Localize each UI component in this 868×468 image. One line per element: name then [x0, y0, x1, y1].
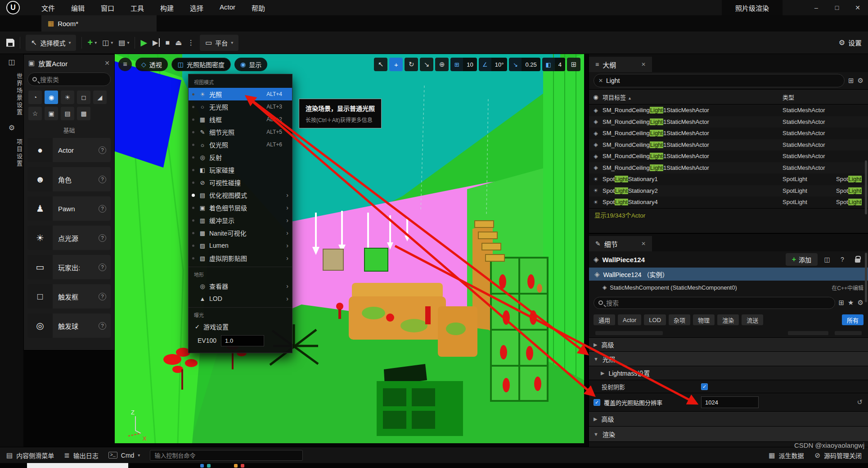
category-tile[interactable]: ☆ — [28, 107, 42, 120]
category-tile[interactable]: ◢ — [93, 91, 107, 104]
content-drawer-button[interactable]: ▤ 内容侧滑菜单 — [6, 451, 54, 460]
filter-chip[interactable]: Actor — [618, 314, 641, 325]
menu-item[interactable]: Actor — [213, 0, 242, 15]
label-column-header[interactable]: 项目标签▲ — [603, 93, 783, 101]
menu-item[interactable]: 帮助 — [245, 0, 271, 15]
type-column-header[interactable]: 类型 — [783, 93, 868, 101]
scale-tool-button[interactable]: ↘ — [420, 58, 433, 71]
view-mode-menu-item[interactable]: ○ 无光照 ALT+3 › — [189, 100, 292, 113]
cast-shadow-checkbox[interactable]: ✓ — [701, 383, 708, 390]
cinematics-button[interactable]: ▤ ▾ — [118, 38, 129, 47]
category-tile[interactable]: ☀ — [61, 91, 74, 104]
maximize-button[interactable]: □ — [827, 0, 847, 15]
play-button[interactable]: ▶ — [140, 37, 147, 48]
filter-chip[interactable]: LOD — [644, 314, 666, 325]
place-actor-item[interactable]: ◎ 触发球 ? — [27, 314, 111, 338]
source-control-button[interactable]: ⊘ 源码管理关闭 — [814, 451, 862, 460]
outliner-row[interactable]: ◈ SM_RoundCeilingLight1StaticMeshActor S… — [589, 105, 868, 116]
view-mode-menu-item[interactable]: ▤ 优化视图模式 › — [189, 189, 292, 201]
filter-chip[interactable]: 杂项 — [669, 314, 690, 325]
view-mode-menu-item[interactable]: ◎ 反射 › — [189, 151, 292, 164]
category-tile[interactable]: ◉ — [45, 91, 58, 104]
category-tile[interactable]: ◔ — [28, 91, 42, 104]
view-mode-menu-item[interactable]: ▲ LOD › — [189, 292, 292, 305]
filter-chip[interactable]: 流送 — [742, 314, 763, 325]
outliner-row[interactable]: ◈ SM_RoundCeilingLight1StaticMeshActor S… — [589, 139, 868, 151]
eye-icon[interactable]: ◉ — [589, 94, 603, 100]
favorites-icon[interactable]: ★ — [848, 299, 854, 307]
category-tile[interactable]: ▣ — [45, 107, 58, 120]
filter-chip[interactable]: 通用 — [594, 314, 615, 325]
outliner-scrollbar[interactable] — [865, 160, 867, 214]
view-mode-menu-item[interactable]: ▧ 虚拟阴影贴图 › — [189, 252, 292, 264]
section-rendering[interactable]: ▼ 渲染 — [589, 427, 868, 442]
section-lighting[interactable]: ▼ 光照 — [589, 352, 868, 366]
world-settings-icon[interactable]: ◫ — [0, 54, 23, 69]
add-component-button[interactable]: + 添加 — [786, 253, 818, 266]
menu-item[interactable]: 编辑 — [65, 0, 91, 15]
view-mode-button[interactable]: ◫ 光照贴图密度 — [171, 58, 231, 71]
select-mode-button[interactable]: ↖ 选择模式 ▾ — [26, 35, 76, 51]
view-mode-menu-item[interactable]: ▣ 着色细节层级 › — [189, 201, 292, 214]
view-mode-menu-item[interactable]: ⊘ 可视性碰撞 › — [189, 176, 292, 189]
filter-icon[interactable]: ⊞ — [848, 77, 854, 85]
component-row[interactable]: ◈ StaticMeshComponent (StaticMeshCompone… — [589, 281, 868, 294]
outliner-settings-icon[interactable]: ⚙ — [858, 77, 864, 85]
outliner-row[interactable]: ◈ SM_RoundCeilingLight1StaticMeshActor S… — [589, 127, 868, 139]
class-search-input[interactable]: 搜索类 — [27, 73, 111, 86]
outliner-search-input[interactable]: ✕ Light — [594, 74, 845, 87]
outliner-row[interactable]: ☀ SpotLightStationary4 SpotLightSpotLigh… — [589, 196, 868, 208]
edit-cpp-link[interactable]: 在C++中编辑 — [832, 284, 864, 291]
section-advanced-2[interactable]: ▶ 高级 — [589, 412, 868, 427]
filter-chip[interactable]: 渲染 — [717, 314, 739, 325]
project-settings-icon[interactable]: ⚙ — [0, 120, 23, 135]
outliner-row[interactable]: ◈ SM_RoundCeilingLight1StaticMeshActor S… — [589, 162, 868, 174]
view-mode-menu-item[interactable]: ▥ 缓冲显示 › — [189, 214, 292, 227]
menu-item[interactable]: 构建 — [154, 0, 180, 15]
help-icon[interactable]: ? — [837, 254, 848, 265]
stop-button[interactable]: ■ — [165, 39, 170, 47]
menu-item[interactable]: 窗口 — [94, 0, 121, 15]
minimize-button[interactable]: – — [806, 0, 827, 15]
outliner-row[interactable]: ☀ SpotLightStationary1 SpotLightSpotLigh… — [589, 173, 868, 185]
category-tile[interactable]: ◻ — [77, 91, 90, 104]
view-mode-menu-item[interactable]: ▦ 线框 ALT+2 › — [189, 113, 292, 126]
category-tile[interactable]: ▩ — [77, 107, 90, 120]
ev100-input[interactable]: 1.0 — [221, 335, 264, 346]
output-log-button[interactable]: ≣ 输出日志 — [64, 451, 99, 460]
world-space-button[interactable]: ⊕ — [435, 58, 449, 71]
place-actor-item[interactable]: ♟ Pawn ? — [27, 196, 111, 221]
view-mode-menu-item[interactable]: ▩ Nanite可视化 › — [189, 227, 292, 239]
outliner-row[interactable]: ☀ SpotLightStationary2 SpotLightSpotLigh… — [589, 185, 868, 197]
camera-speed-control[interactable]: ◧ 4 — [542, 58, 565, 71]
view-mode-menu-item[interactable]: ☀ 光照 ALT+4 › — [189, 88, 292, 100]
console-command-input[interactable]: 输入控制台命令 — [150, 450, 303, 461]
view-mode-menu-item[interactable]: ☼ 仅光照 ALT+6 › — [189, 138, 292, 151]
place-actor-item[interactable]: ● Actor ? — [27, 138, 111, 162]
close-button[interactable]: ✕ — [847, 0, 868, 15]
view-mode-menu-item[interactable]: ◧ 玩家碰撞 › — [189, 164, 292, 176]
filter-chip[interactable]: 物理 — [693, 314, 715, 325]
details-search-input[interactable]: 搜索 — [594, 297, 835, 309]
world-settings-tab[interactable]: 世界场景设置 — [0, 73, 23, 116]
move-tool-button[interactable]: + — [389, 58, 403, 71]
viewport-menu-icon[interactable]: ≡ — [118, 58, 132, 71]
settings-button[interactable]: ⚙ 设置 — [839, 38, 862, 47]
menu-item[interactable]: 工具 — [124, 0, 150, 15]
grid-snap-control[interactable]: ⊞ 10 — [450, 58, 477, 71]
place-actor-item[interactable]: ▭ 玩家出: ? — [27, 255, 111, 279]
rotation-snap-control[interactable]: ∠ 10° — [479, 58, 508, 71]
close-icon[interactable]: ✕ — [104, 59, 110, 67]
eject-button[interactable]: ⏏ — [175, 38, 182, 47]
menu-item[interactable]: 文件 — [35, 0, 61, 15]
perspective-button[interactable]: ◇ 透视 — [135, 58, 168, 71]
view-mode-menu-item[interactable]: ◎ 查看器 › — [189, 280, 292, 292]
override-checkbox[interactable]: ✓ — [594, 399, 600, 406]
outliner-row[interactable]: ◈ SM_RoundCeilingLight1StaticMeshActor S… — [589, 150, 868, 162]
add-actor-button[interactable]: + ▾ — [87, 37, 97, 48]
view-mode-menu-item[interactable]: ✎ 细节光照 ALT+5 › — [189, 126, 292, 138]
view-mode-menu-item[interactable]: ▨ Lumen › — [189, 239, 292, 252]
frame-skip-button[interactable]: ▶ — [153, 38, 160, 47]
viewport-layout-button[interactable]: ⊞ — [567, 58, 580, 71]
select-tool-button[interactable]: ↖ — [374, 58, 387, 71]
